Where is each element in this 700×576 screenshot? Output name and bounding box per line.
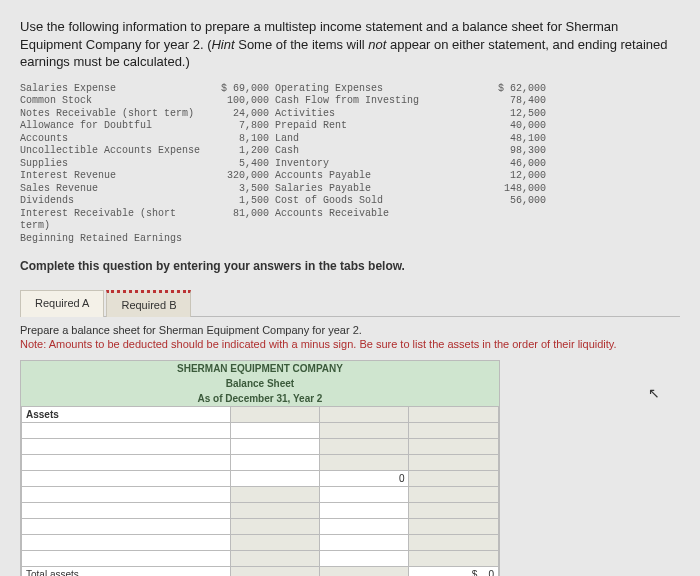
- accounts-block: Salaries Expense Common Stock Notes Rece…: [20, 83, 680, 246]
- acct-label: Interest Receivable (short term): [20, 208, 205, 233]
- amount-input[interactable]: [230, 470, 319, 486]
- cell-blank: [230, 518, 319, 534]
- acct-amt: $ 69,000: [211, 83, 269, 96]
- amount-input[interactable]: [230, 422, 319, 438]
- asset-line-input[interactable]: [22, 422, 231, 438]
- mid-labels: Operating Expenses Cash Flow from Invest…: [275, 83, 485, 246]
- acct-amt: 7,800: [211, 120, 269, 133]
- tab-required-b[interactable]: Required B: [106, 290, 191, 317]
- cell-blank: [409, 550, 499, 566]
- sheet-company: SHERMAN EQUIPMENT COMPANY: [21, 361, 499, 376]
- acct-label: Allowance for Doubtful Accounts: [20, 120, 205, 145]
- cursor-icon: ↖: [648, 385, 660, 401]
- asset-line-input[interactable]: [22, 454, 231, 470]
- sheet-title: Balance Sheet: [21, 376, 499, 391]
- amount-input[interactable]: [320, 486, 409, 502]
- acct-amt: 40,000: [491, 120, 546, 133]
- cell-blank: [320, 438, 409, 454]
- amount-input[interactable]: [230, 438, 319, 454]
- table-row: [22, 502, 499, 518]
- acct-amt: 56,000: [491, 195, 546, 208]
- acct-label: Interest Revenue: [20, 170, 205, 183]
- acct-amt: 320,000: [211, 170, 269, 183]
- sheet-header: SHERMAN EQUIPMENT COMPANY Balance Sheet …: [21, 361, 499, 406]
- prepare-line1: Prepare a balance sheet for Sherman Equi…: [20, 323, 680, 337]
- cell-blank: [230, 486, 319, 502]
- amount-input[interactable]: [230, 454, 319, 470]
- sheet-table: Assets 0 Total assets $ 0 Liabilities an…: [21, 406, 499, 576]
- cell-blank: [320, 406, 409, 422]
- acct-label: Cost of Goods Sold: [275, 195, 485, 208]
- total-assets-value: $ 0: [409, 566, 499, 576]
- acct-amt: 46,000: [491, 158, 546, 171]
- acct-label: Beginning Retained Earnings: [20, 233, 205, 246]
- acct-label: Common Stock: [20, 95, 205, 108]
- cell-blank: [409, 486, 499, 502]
- asset-line-input[interactable]: [22, 550, 231, 566]
- cell-blank: [230, 534, 319, 550]
- tabs-row: Required A Required B: [20, 289, 680, 317]
- acct-amt: $ 62,000: [491, 83, 546, 96]
- zero-value: 0: [488, 569, 494, 576]
- amount-input[interactable]: [320, 518, 409, 534]
- cell-blank: [230, 550, 319, 566]
- cell-blank: [230, 566, 319, 576]
- acct-label: Sales Revenue: [20, 183, 205, 196]
- asset-line-input[interactable]: [22, 438, 231, 454]
- acct-label: Cash: [275, 145, 485, 158]
- table-row: 0: [22, 470, 499, 486]
- asset-line-input[interactable]: [22, 534, 231, 550]
- acct-amt: 3,500: [211, 183, 269, 196]
- total-assets-label: Total assets: [22, 566, 231, 576]
- amount-input[interactable]: [320, 550, 409, 566]
- asset-line-input[interactable]: [22, 486, 231, 502]
- acct-label: Accounts Receivable: [275, 208, 485, 221]
- acct-label: Inventory: [275, 158, 485, 171]
- table-row: Total assets $ 0: [22, 566, 499, 576]
- sheet-date: As of December 31, Year 2: [21, 391, 499, 406]
- asset-line-input[interactable]: [22, 470, 231, 486]
- cell-blank: [409, 534, 499, 550]
- cell-blank: [409, 438, 499, 454]
- cell-blank: [409, 518, 499, 534]
- cell-blank: [409, 422, 499, 438]
- acct-label: Uncollectible Accounts Expense: [20, 145, 205, 158]
- amount-input[interactable]: [320, 502, 409, 518]
- cell-blank: [409, 406, 499, 422]
- acct-amt: 1,500: [211, 195, 269, 208]
- acct-label: Salaries Expense: [20, 83, 205, 96]
- mid-amounts: $ 62,000 78,400 12,500 40,000 48,100 98,…: [491, 83, 546, 246]
- table-row: [22, 550, 499, 566]
- cell-blank: [320, 454, 409, 470]
- table-row: [22, 486, 499, 502]
- asset-line-input[interactable]: [22, 518, 231, 534]
- acct-label: Prepaid Rent: [275, 120, 485, 133]
- subtotal-cell: 0: [320, 470, 409, 486]
- cell-blank: [320, 566, 409, 576]
- table-row: [22, 534, 499, 550]
- acct-label: Dividends: [20, 195, 205, 208]
- asset-line-input[interactable]: [22, 502, 231, 518]
- table-row: [22, 422, 499, 438]
- cell-blank: [409, 502, 499, 518]
- acct-amt: 12,000: [491, 170, 546, 183]
- hint-label: Hint: [211, 37, 234, 52]
- acct-amt: 98,300: [491, 145, 546, 158]
- acct-amt: 24,000: [211, 108, 269, 121]
- acct-label: Accounts Payable: [275, 170, 485, 183]
- dollar-sign: $: [472, 569, 478, 576]
- balance-sheet: SHERMAN EQUIPMENT COMPANY Balance Sheet …: [20, 360, 500, 576]
- acct-label: Cash Flow from Investing Activities: [275, 95, 485, 120]
- left-labels: Salaries Expense Common Stock Notes Rece…: [20, 83, 205, 246]
- acct-amt: 100,000: [211, 95, 269, 108]
- tab-required-a[interactable]: Required A: [20, 290, 104, 317]
- acct-amt: 78,400: [491, 95, 546, 108]
- acct-amt: 5,400: [211, 158, 269, 171]
- acct-amt: 81,000: [211, 208, 269, 221]
- hint-text: Some of the items will: [235, 37, 369, 52]
- acct-label: Salaries Payable: [275, 183, 485, 196]
- acct-label: Land: [275, 133, 485, 146]
- amount-input[interactable]: [320, 534, 409, 550]
- problem-instructions: Use the following information to prepare…: [20, 18, 680, 71]
- table-row: [22, 438, 499, 454]
